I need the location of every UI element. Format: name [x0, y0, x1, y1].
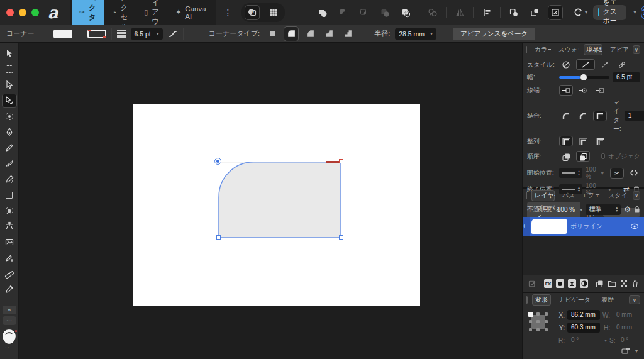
boolean-divide-button[interactable] [377, 5, 392, 20]
bake-appearance-button[interactable]: アピアランスをベーク [453, 28, 535, 40]
radius-dropdown[interactable]: 28.5 mm ▾ [395, 28, 436, 40]
export-options-caret-icon[interactable]: ▾ [633, 9, 636, 15]
document-page[interactable] [133, 104, 420, 306]
join-miter-button[interactable] [593, 111, 607, 121]
join-round-button[interactable] [559, 111, 573, 121]
persona-tab-canva-ai[interactable]: ✦ Canva AI [168, 3, 213, 23]
style-transfer-button[interactable]: A [245, 5, 260, 20]
boolean-subtract-button[interactable] [336, 5, 351, 20]
zoom-window-button[interactable] [31, 9, 39, 16]
tab-styles[interactable]: スタイル [605, 190, 628, 201]
mask-layer-button[interactable] [556, 279, 564, 288]
corner-type-concave-button[interactable] [321, 26, 336, 41]
boolean-intersect-button[interactable] [357, 5, 372, 20]
tab-navigator[interactable]: ナビゲータ [555, 294, 594, 306]
color-picker-tool[interactable] [2, 282, 17, 296]
help-button[interactable]: ? [641, 6, 644, 19]
live-filter-button[interactable] [580, 279, 588, 288]
fill-stroke-selector[interactable]: ⌣ [1, 329, 18, 348]
stroke-profile-icon[interactable] [168, 29, 178, 39]
alignment-button[interactable] [479, 5, 494, 20]
polyline-shape[interactable] [218, 162, 341, 238]
canvas[interactable] [19, 43, 522, 359]
flood-select-tool[interactable] [2, 204, 17, 218]
cap-square-button[interactable] [593, 85, 607, 96]
expand-tools-button[interactable]: » [3, 306, 16, 314]
layer-effects-button[interactable]: FX [544, 279, 552, 288]
panel-menu-button[interactable]: ∨ [633, 191, 640, 200]
node-handle-bottomright[interactable] [339, 235, 343, 240]
transform-mode-icon[interactable] [621, 347, 631, 355]
adjustment-layer-button[interactable] [568, 279, 576, 288]
snapping-button[interactable]: ▾ [573, 5, 588, 20]
pattern-layer-button[interactable] [620, 280, 628, 287]
align-outside-button[interactable] [593, 136, 607, 146]
close-window-button[interactable] [6, 9, 14, 16]
fill-swatch[interactable] [53, 30, 72, 38]
expand-stroke-button[interactable] [627, 168, 641, 179]
tab-appearance[interactable]: アピアランス [607, 44, 628, 55]
cap-round-button[interactable] [576, 85, 590, 96]
tab-transform[interactable]: 変形 [532, 294, 551, 306]
tab-history[interactable]: 履歴 [598, 294, 617, 306]
align-inside-button[interactable] [576, 136, 590, 146]
artboard-tool[interactable] [2, 62, 17, 76]
start-style-dropdown[interactable]: ▴▾ [559, 168, 582, 178]
tab-color[interactable]: カラー [531, 44, 551, 55]
stroke-style-dash-button[interactable] [598, 59, 612, 70]
vector-brush-tool[interactable] [2, 157, 17, 170]
stroke-style-none-button[interactable] [559, 59, 573, 70]
swap-colors-icon[interactable]: ⌣ [6, 345, 9, 351]
transform-mode-caret-icon[interactable]: ▾ [635, 348, 638, 354]
enable-transform-origin-button[interactable] [527, 5, 542, 20]
measure-tool[interactable] [2, 267, 17, 280]
scale-with-object-checkbox[interactable] [601, 153, 605, 159]
order-behind-button[interactable] [559, 151, 573, 162]
order-front-button[interactable] [576, 151, 590, 162]
edit-detached-icon[interactable] [528, 279, 536, 288]
stroke-style-solid-button[interactable] [576, 59, 595, 70]
corner-type-cutout-button[interactable] [340, 26, 355, 41]
group-layers-button[interactable] [608, 280, 616, 287]
start-percent-value[interactable]: 100 % [586, 166, 596, 180]
corner-handle-topleft[interactable] [214, 158, 221, 165]
delete-layer-button[interactable] [631, 280, 639, 288]
anchor-point-selector[interactable] [526, 309, 551, 334]
cycle-selection-box-button[interactable] [548, 5, 563, 20]
panel-grip[interactable] [526, 296, 528, 304]
stroke-width-value[interactable]: 6.5 pt [613, 72, 640, 82]
style-picker-tool[interactable] [2, 251, 17, 265]
tab-stroke[interactable]: 境界線 [584, 44, 602, 55]
transform-objects-separately-button[interactable] [506, 5, 521, 20]
align-center-button[interactable] [559, 136, 573, 146]
pencil-tool[interactable] [2, 141, 17, 155]
anchor-topleft[interactable] [528, 312, 533, 317]
panel-menu-button[interactable]: ∨ [633, 45, 640, 54]
stroke-swatch[interactable] [87, 30, 106, 38]
pen-tool[interactable] [2, 125, 17, 139]
boolean-add-button[interactable] [315, 5, 330, 20]
minimize-window-button[interactable] [19, 9, 26, 16]
tab-layers[interactable]: レイヤー [531, 190, 555, 201]
merge-curves-button[interactable] [425, 5, 440, 20]
panel-grip[interactable] [526, 46, 527, 53]
corner-tool[interactable] [2, 94, 17, 108]
more-personas-button[interactable]: ⋮ [221, 5, 236, 20]
h-input[interactable]: 0 mm [613, 323, 644, 333]
stroke-width-slider[interactable] [559, 76, 609, 79]
stroke-style-texture-button[interactable] [615, 59, 629, 70]
w-input[interactable]: 0 mm [613, 310, 644, 320]
vector-crop-tool[interactable] [2, 219, 17, 233]
rotation-input[interactable]: 0 ° [567, 335, 600, 345]
opacity-caret-icon[interactable]: ▾ [580, 207, 582, 213]
panel-menu-button[interactable]: ∨ [629, 295, 640, 304]
miter-value[interactable]: 1 [625, 111, 644, 121]
rectangle-tool[interactable] [2, 188, 17, 202]
duplicate-layer-button[interactable] [596, 280, 604, 288]
tab-swatches[interactable]: スウォッチ [555, 44, 579, 55]
tab-effects[interactable]: エフェクト [578, 190, 601, 201]
stroke-width-dropdown[interactable]: 6.5 pt ▾ [131, 28, 163, 40]
join-bevel-button[interactable] [576, 111, 590, 121]
y-input[interactable]: 60.3 mm [567, 323, 600, 333]
node-handle-bottomleft[interactable] [216, 235, 221, 240]
